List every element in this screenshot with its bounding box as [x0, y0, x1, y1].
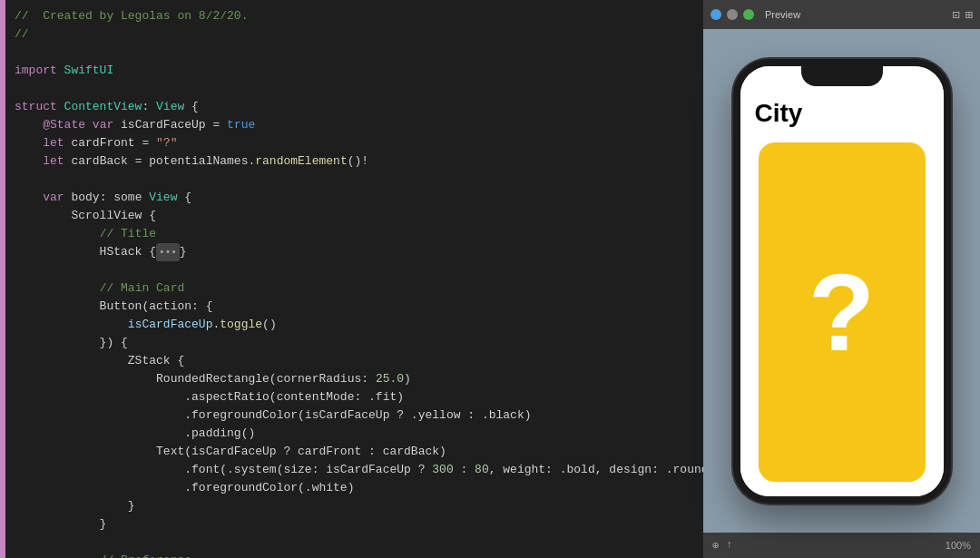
toolbar-dot-gray — [727, 9, 738, 20]
code-line — [0, 44, 703, 62]
code-line: } — [0, 515, 703, 534]
code-line: // Title — [0, 225, 703, 243]
left-border — [0, 0, 5, 558]
code-line: .foregroundColor(isCardFaceUp ? .yellow … — [0, 406, 703, 425]
code-line: struct ContentView: View { — [0, 98, 703, 116]
code-line: import SwiftUI — [0, 62, 703, 80]
code-line: .font(.system(size: isCardFaceUp ? 300 :… — [0, 461, 703, 479]
iphone-mockup: City ? — [733, 59, 951, 504]
question-mark: ? — [808, 258, 875, 367]
settings-icon[interactable]: ⊞ — [965, 7, 973, 23]
code-line: // Created by Legolas on 8/2/20. — [0, 7, 703, 25]
code-line: ZStack { — [0, 352, 703, 370]
code-line: }) { — [0, 334, 703, 352]
code-line: let cardBack = potentialNames.randomElem… — [0, 152, 703, 171]
iphone-container: City ? — [724, 29, 960, 533]
code-line — [0, 171, 703, 189]
code-line: .foregroundColor(.white) — [0, 479, 703, 497]
toolbar-dot-blue — [710, 9, 721, 20]
code-line: .padding() — [0, 425, 703, 443]
code-line: Text(isCardFaceUp ? cardFront : cardBack… — [0, 443, 703, 461]
code-line: RoundedRectangle(cornerRadius: 25.0) — [0, 370, 703, 388]
card[interactable]: ? — [759, 142, 926, 482]
status-icons: ⊕ ↑ — [712, 539, 732, 553]
iphone-notch — [801, 66, 883, 86]
share-icon[interactable]: ↑ — [726, 539, 732, 553]
code-line: // — [0, 25, 703, 44]
code-line: var body: some View { — [0, 189, 703, 207]
code-line: Button(action: { — [0, 298, 703, 316]
iphone-screen: City ? — [740, 66, 944, 496]
preview-panel: Preview ⊡ ⊞ City ? ⊕ ↑ 100% — [703, 0, 980, 558]
code-line: } — [0, 497, 703, 515]
toolbar-dot-green — [743, 9, 754, 20]
code-line: let cardFront = "?" — [0, 134, 703, 152]
code-line — [0, 534, 703, 552]
code-line — [0, 261, 703, 279]
code-line: HStack {•••} — [0, 243, 703, 261]
preview-statusbar: ⊕ ↑ 100% — [703, 533, 980, 558]
preview-toolbar: Preview ⊡ ⊞ — [703, 0, 980, 29]
code-lines: // Created by Legolas on 8/2/20.// impor… — [0, 7, 703, 558]
code-editor[interactable]: // Created by Legolas on 8/2/20.// impor… — [0, 0, 703, 558]
code-line — [0, 80, 703, 98]
code-line: // Preference — [0, 552, 703, 558]
code-line: .aspectRatio(contentMode: .fit) — [0, 388, 703, 406]
magnify-icon[interactable]: ⊕ — [712, 539, 719, 553]
code-line: @State var isCardFaceUp = true — [0, 116, 703, 134]
device-icon[interactable]: ⊡ — [952, 7, 959, 23]
preview-label: Preview — [765, 9, 800, 20]
code-line: // Main Card — [0, 279, 703, 298]
app-title: City — [755, 99, 929, 128]
code-line: isCardFaceUp.toggle() — [0, 316, 703, 334]
code-line: ScrollView { — [0, 207, 703, 225]
zoom-level: 100% — [946, 540, 971, 551]
